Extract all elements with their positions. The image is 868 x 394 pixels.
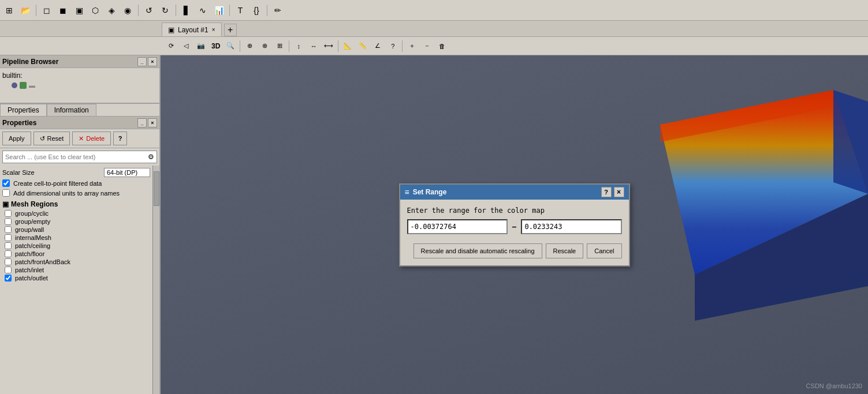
scrollbar-thumb[interactable] [154,171,159,206]
mesh-item-checkbox-3[interactable] [5,234,12,241]
toolbar-icon-box1[interactable]: ◻ [40,3,54,17]
tb2-icon-interact3[interactable]: ⟷ [322,39,336,53]
pipeline-content: builtin: ▬ [0,68,159,103]
cancel-button[interactable]: Cancel [587,243,621,258]
scalar-size-label: Scalar Size [2,169,100,176]
toolbar-icon-box6[interactable]: ◉ [121,3,135,17]
checkbox2[interactable] [2,189,10,197]
toolbar-icon-redo[interactable]: ↻ [158,3,172,17]
mesh-item-label-6: patch/frontAndBack [15,258,70,265]
dialog-help-button[interactable]: ? [601,187,612,197]
pipeline-browser: Pipeline Browser _ × builtin: ▬ [0,55,159,104]
prop-scroll-container: Scalar Size 64-bit (DP) Create cell-to-p… [0,166,159,394]
top-toolbar: ⊞ 📂 ◻ ◼ ▣ ⬡ ◈ ◉ ↺ ↻ ▋ ∿ 📊 T {} ✏ [0,0,868,21]
tab-icon: ▣ [168,26,174,34]
list-item: patch/ceiling [2,242,150,250]
toolbar-icon-braces[interactable]: {} [249,3,263,17]
tb2-icon-add[interactable]: ＋ [405,39,419,53]
search-input[interactable] [3,152,145,162]
tb2-icon-interact1[interactable]: ↕ [292,39,306,53]
pipeline-eye-icon [12,82,17,88]
delete-icon: ✕ [79,135,84,142]
reset-button[interactable]: ↺ Reset [33,132,70,145]
tb2-icon-delete[interactable]: 🗑 [435,39,449,53]
checkbox1[interactable] [2,179,10,187]
tb2-icon-reset-camera[interactable]: ⟳ [164,39,178,53]
toolbar-icon-chart-bar[interactable]: ▋ [180,3,193,17]
mesh-regions-icon: ▣ [2,200,9,208]
prop-close-btn[interactable]: × [148,118,157,127]
mesh-item-checkbox-6[interactable] [5,258,12,265]
tb2-icon-prev-frame[interactable]: ◁ [179,39,193,53]
tab-bar: ▣ Layout #1 × + [0,21,868,37]
tb2-sep-3 [338,40,338,52]
pipeline-sub-label: ▬ [29,82,35,89]
tb2-icon-ruler1[interactable]: 📐 [341,39,355,53]
list-item: patch/outlet [2,274,150,282]
mesh-item-checkbox-7[interactable] [5,267,12,273]
tb2-icon-ruler2[interactable]: 📏 [356,39,370,53]
toolbar-icon-chart-hist[interactable]: 📊 [212,3,226,17]
mesh-item-checkbox-4[interactable] [5,242,12,249]
toolbar-icon-chart-line[interactable]: ∿ [196,3,210,17]
mesh-regions-header: ▣ Mesh Regions [2,198,150,209]
tb2-icon-minus[interactable]: － [420,39,434,53]
tb2-icon-help[interactable]: ? [386,39,400,53]
range-min-input[interactable] [407,219,508,234]
mesh-regions-label: Mesh Regions [11,200,58,208]
apply-button[interactable]: Apply [2,132,31,145]
help-button[interactable]: ? [113,132,127,145]
toolbar-icon-box4[interactable]: ⬡ [88,3,102,17]
rescale-button[interactable]: Rescale [546,243,584,258]
add-tab-button[interactable]: + [224,24,237,36]
pipeline-close-btn[interactable]: × [148,57,157,66]
tab-close-icon[interactable]: × [212,27,215,33]
scrollbar-track[interactable] [152,166,159,394]
tab-properties[interactable]: Properties [0,104,47,116]
checkbox1-label: Create cell-to-point filtered data [13,180,102,187]
mesh-item-checkbox-0[interactable] [5,210,12,217]
prop-tabs: Properties Information [0,104,159,117]
properties-panel: Properties Information Properties _ × Ap… [0,104,159,394]
mesh-visualization [649,78,868,321]
checkbox1-row: Create cell-to-point filtered data [2,178,150,188]
pipeline-minimize-btn[interactable]: _ [137,57,147,66]
range-max-input[interactable] [521,219,621,234]
mesh-item-label-8: patch/outlet [15,275,48,282]
tb2-icon-orient1[interactable]: ⊕ [243,39,256,53]
mesh-item-checkbox-5[interactable] [5,250,12,257]
tb2-icon-orient3[interactable]: ⊞ [273,39,286,53]
mesh-item-checkbox-8[interactable] [5,275,12,282]
search-gear-icon[interactable]: ⚙ [145,151,157,163]
mesh-item-label-1: group/empty [15,218,50,225]
dialog-close-button[interactable]: × [614,187,624,197]
tb2-icon-angle[interactable]: ∠ [371,39,385,53]
dialog-body: Enter the range for the color map – Resc… [400,200,629,265]
toolbar-icon-box3[interactable]: ▣ [72,3,86,17]
tab-information[interactable]: Information [47,104,96,116]
toolbar-icon-undo[interactable]: ↺ [142,3,156,17]
toolbar-icon-pencil[interactable]: ✏ [271,3,285,17]
prop-minimize-btn[interactable]: _ [137,118,147,127]
toolbar-icon-box5[interactable]: ◈ [105,3,118,17]
delete-button[interactable]: ✕ Delete [72,132,111,145]
toolbar-icon-open[interactable]: 📂 [18,3,32,17]
layout-tab[interactable]: ▣ Layout #1 × [162,22,222,36]
toolbar-icon-text[interactable]: T [233,3,247,17]
tb2-3d-label: 3D [209,42,222,50]
viewport[interactable]: ≡ Set Range ? × Enter the range for the … [161,55,868,394]
rescale-disable-button[interactable]: Rescale and disable automatic rescaling [413,243,542,258]
toolbar-icon-grid[interactable]: ⊞ [2,3,16,17]
mesh-item-checkbox-2[interactable] [5,226,12,233]
pipeline-item-builtin[interactable]: builtin: [2,70,157,81]
tb2-icon-snapshot[interactable]: 📷 [194,39,208,53]
pipeline-item-sub[interactable]: ▬ [2,81,157,90]
tb2-sep-2 [289,40,289,52]
tb2-icon-orient2[interactable]: ⊗ [258,39,271,53]
tb2-icon-interact2[interactable]: ↔ [307,39,321,53]
mesh-items-list: group/cyclic group/empty group/wall [2,209,150,282]
secondary-toolbar: ⟳ ◁ 📷 3D 🔍 ⊕ ⊗ ⊞ ↕ ↔ ⟷ 📐 📏 ∠ ? ＋ － 🗑 [0,37,868,55]
tb2-icon-zoom-sel[interactable]: 🔍 [223,39,237,53]
mesh-item-checkbox-1[interactable] [5,218,12,225]
toolbar-icon-box2[interactable]: ◼ [56,3,70,17]
